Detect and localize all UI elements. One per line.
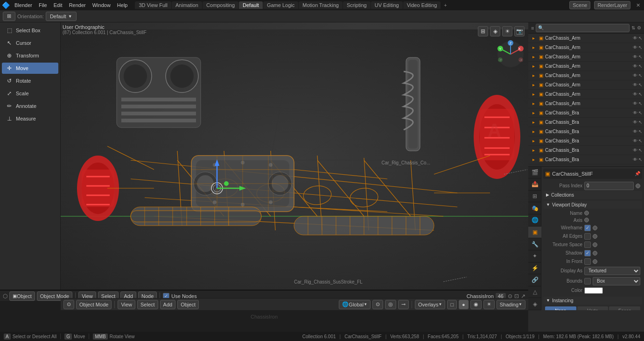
outliner-item[interactable]: ▸ ▣ CarChassis_Bra 👁 ↖ (528, 155, 644, 164)
tab-animation[interactable]: Animation (172, 1, 202, 9)
tool-move[interactable]: ✛ Move (2, 63, 58, 74)
render-layer-selector[interactable]: RenderLayer (594, 1, 630, 9)
snap-btn[interactable]: ⊙ (372, 300, 383, 309)
cursor-item-icon[interactable]: ↖ (638, 54, 642, 59)
menu-render[interactable]: Render (66, 1, 89, 9)
prop-tab-particles[interactable]: ✦ (528, 250, 541, 263)
tool-cursor[interactable]: ↖ Cursor (2, 37, 58, 49)
solid-btn[interactable]: ● (459, 300, 469, 309)
prop-tab-scene[interactable]: 🎭 (528, 202, 541, 214)
eye-icon[interactable]: 👁 (633, 157, 637, 162)
cursor-item-icon[interactable]: ↖ (638, 45, 642, 50)
prop-tab-view[interactable]: ⊞ (528, 191, 541, 203)
orientation-select[interactable]: Default ▼ (46, 12, 77, 21)
outliner-item[interactable]: ▸ ▣ CarChassis_Arm 👁 ↖ (528, 80, 644, 90)
material-preview-btn[interactable]: ◉ (470, 300, 482, 309)
none-btn[interactable]: None (545, 306, 576, 311)
outliner-item[interactable]: ▸ ▣ CarChassis_Arm 👁 ↖ (528, 90, 644, 99)
eye-icon[interactable]: 👁 (633, 45, 637, 50)
object-pin-icon[interactable]: 📌 (635, 171, 640, 176)
menu-window[interactable]: Window (90, 1, 113, 9)
all-edges-dot[interactable] (593, 234, 597, 239)
eye-icon[interactable]: 👁 (633, 82, 637, 87)
tab-default[interactable]: Default (239, 1, 263, 9)
verts-btn[interactable]: Verts (577, 306, 609, 311)
select-menu-btn[interactable]: Select (137, 300, 158, 309)
orientation-icon-btn[interactable]: ⊞ (3, 12, 15, 21)
tab-uv-editing[interactable]: UV Editing (371, 1, 403, 9)
eye-icon[interactable]: 👁 (633, 138, 637, 143)
eye-icon[interactable]: 👁 (633, 120, 637, 125)
eye-icon[interactable]: 👁 (633, 101, 637, 106)
faces-btn[interactable]: Faces (609, 306, 640, 311)
eye-icon[interactable]: 👁 (633, 54, 637, 59)
in-front-dot[interactable] (593, 259, 597, 264)
all-edges-checkbox[interactable] (584, 233, 591, 240)
tool-transform[interactable]: ⊕ Transform (2, 50, 58, 61)
bounds-checkbox[interactable] (584, 278, 591, 284)
cursor-item-icon[interactable]: ↖ (638, 110, 642, 115)
camera-icon-btn[interactable]: 📷 (514, 26, 525, 36)
eye-icon[interactable]: 👁 (633, 92, 637, 97)
shadow-dot[interactable] (593, 251, 597, 256)
cursor-item-icon[interactable]: ↖ (638, 36, 642, 41)
axis-dot[interactable] (584, 218, 589, 222)
cursor-item-icon[interactable]: ↖ (638, 120, 642, 125)
cursor-item-icon[interactable]: ↖ (638, 129, 642, 134)
eye-icon[interactable]: 👁 (633, 148, 637, 153)
shadow-checkbox[interactable]: ✓ (584, 250, 591, 256)
eye-icon[interactable]: 👁 (633, 36, 637, 41)
object-mode-select[interactable]: Object Mode (76, 300, 112, 309)
tool-rotate[interactable]: ↺ Rotate (2, 75, 58, 86)
texture-space-checkbox[interactable] (584, 242, 591, 248)
prop-tab-data[interactable]: △ (528, 286, 541, 298)
tab-add-button[interactable]: + (441, 1, 449, 9)
texture-space-dot[interactable] (593, 242, 597, 247)
tool-scale[interactable]: ⤢ Scale (2, 88, 58, 99)
prop-tab-world[interactable]: 🌐 (528, 214, 541, 227)
outliner-filter-icon[interactable]: ≡ (531, 25, 534, 31)
eye-icon[interactable]: 👁 (633, 73, 637, 78)
tab-compositing[interactable]: Compositing (203, 1, 238, 9)
cursor-item-icon[interactable]: ↖ (638, 148, 642, 153)
shading-btn[interactable]: Shading ▼ (497, 300, 525, 309)
close-icon[interactable]: ✕ (634, 1, 642, 9)
snap-options-btn[interactable]: ⊸ (398, 300, 409, 309)
tab-game-logic[interactable]: Game Logic (263, 1, 298, 9)
in-front-checkbox[interactable] (584, 258, 591, 265)
tab-3dview-full[interactable]: 3D View Full (135, 1, 171, 9)
tab-video-editing[interactable]: Video Editing (403, 1, 441, 9)
tool-annotate[interactable]: ✏ Annotate (2, 100, 58, 112)
outliner-sort-icon[interactable]: ⇅ (631, 25, 635, 30)
object-menu-btn[interactable]: Object (177, 300, 199, 309)
pass-index-input[interactable] (584, 182, 634, 190)
material-icon-btn[interactable]: ◈ (490, 26, 500, 36)
add-menu-btn[interactable]: Add (160, 300, 176, 309)
prop-tab-physics[interactable]: ⚡ (528, 263, 541, 275)
cursor-item-icon[interactable]: ↖ (638, 64, 642, 69)
viewport-mode-toggle[interactable]: ⊙ (63, 300, 74, 309)
eye-icon[interactable]: 👁 (633, 64, 637, 69)
tool-measure[interactable]: ⊥ Measure (2, 113, 58, 124)
prop-tab-output[interactable]: 📤 (528, 178, 541, 191)
wireframe-btn[interactable]: □ (447, 300, 457, 309)
outliner-item[interactable]: ▸ ▣ CarChassis_Bra 👁 ↖ (528, 108, 644, 118)
outliner-item[interactable]: ▸ ▣ CarChassis_Bra 👁 ↖ (528, 127, 644, 136)
outliner-item[interactable]: ▸ ▣ CarChassis_Arm 👁 ↖ (528, 99, 644, 108)
grid-icon-btn[interactable]: ⊞ (478, 26, 488, 36)
name-dot[interactable] (584, 211, 589, 215)
outliner-item[interactable]: ▸ ▣ CarChassis_Arm 👁 ↖ (528, 43, 644, 52)
menu-blender[interactable]: Blender (12, 1, 35, 9)
display-as-select[interactable]: Textured Solid Wire (584, 267, 640, 275)
prop-tab-constraints[interactable]: 🔗 (528, 274, 541, 286)
tab-scripting[interactable]: Scripting (343, 1, 371, 9)
rendered-btn[interactable]: ☀ (483, 300, 495, 309)
tab-motion-tracking[interactable]: Motion Tracking (299, 1, 343, 9)
view-menu-btn[interactable]: View (118, 300, 135, 309)
cursor-item-icon[interactable]: ↖ (638, 92, 642, 97)
instancing-header[interactable]: ▼ Instancing (543, 297, 642, 305)
global-select[interactable]: 🌐 Global ▼ (339, 300, 371, 309)
active-object-name[interactable]: CarChassis_StillF (552, 171, 633, 177)
scene-selector[interactable]: Scene (569, 1, 590, 9)
menu-help[interactable]: Help (114, 1, 131, 9)
